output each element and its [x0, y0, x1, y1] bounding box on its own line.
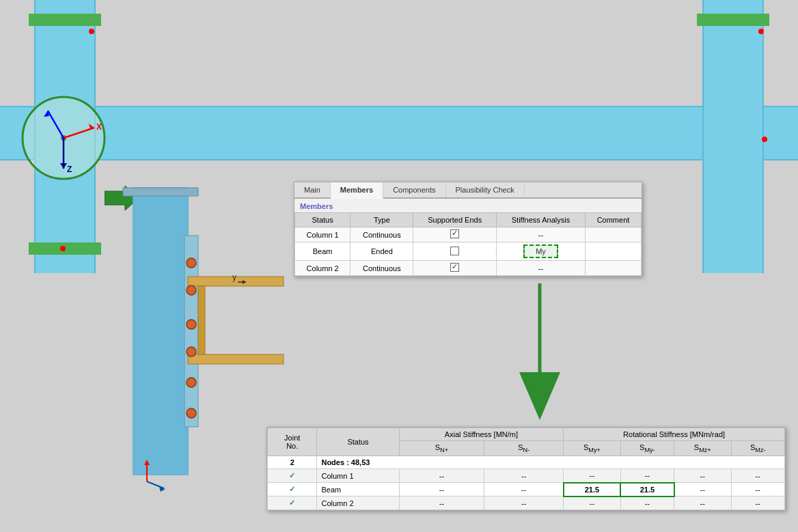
svg-rect-13	[123, 188, 198, 196]
red-dot-3	[758, 29, 764, 34]
smz-plus-col2: --	[674, 496, 731, 510]
smy-minus-beam: 21.5	[620, 483, 674, 496]
svg-rect-12	[133, 188, 188, 475]
smz-minus-beam: --	[731, 483, 785, 496]
result-row-beam: ✓ Beam -- -- 21.5 21.5 -- --	[268, 483, 785, 496]
svg-point-18	[187, 258, 196, 268]
smz-minus-col1: --	[731, 469, 785, 483]
tab-components[interactable]: Components	[383, 182, 445, 197]
svg-text:X: X	[96, 122, 102, 132]
cell-stiffness-2[interactable]: My	[497, 242, 586, 261]
results-panel: JointNo. Status Axial Stiffness [MN/m] R…	[266, 427, 786, 511]
svg-marker-31	[519, 372, 560, 420]
svg-point-22	[187, 378, 196, 387]
cell-status-2: Beam	[295, 242, 350, 261]
svg-point-21	[187, 347, 196, 356]
result-row-col2: ✓ Column 2 -- -- -- -- -- --	[268, 496, 785, 510]
smz-minus-col2: --	[731, 496, 785, 510]
right-column	[702, 0, 764, 273]
header-smz-minus: SMz-	[731, 441, 785, 456]
header-axial: Axial Stiffness [MN/m]	[399, 428, 564, 441]
header-smz-plus: SMz+	[674, 441, 731, 456]
member-col1: Column 1	[317, 469, 399, 483]
result-row-col1: ✓ Column 1 -- -- -- -- -- --	[268, 469, 785, 483]
coordinate-axes: X Z	[19, 94, 108, 182]
header-smy-plus: SMy+	[564, 441, 620, 456]
members-panel: Main Members Components Plausibility Che…	[294, 182, 642, 277]
check-beam: ✓	[268, 483, 317, 496]
tab-bar: Main Members Components Plausibility Che…	[294, 182, 642, 199]
tab-plausibility[interactable]: Plausibility Check	[446, 182, 525, 197]
cell-supported-1[interactable]	[413, 227, 497, 242]
group-header-row: 2 Nodes : 48,53	[268, 456, 785, 469]
cell-comment-2	[585, 242, 641, 261]
sn-plus-beam: --	[399, 483, 484, 496]
svg-rect-16	[198, 286, 205, 354]
header-joint-no: JointNo.	[268, 428, 317, 456]
sn-minus-col1: --	[484, 469, 564, 483]
header-sn-minus: SN-	[484, 441, 564, 456]
col-header-supported: Supported Ends	[413, 213, 497, 227]
table-row: Column 1 Continuous --	[295, 227, 642, 242]
joint-no-cell: 2	[268, 456, 317, 469]
member-beam: Beam	[317, 483, 399, 496]
smz-plus-beam: --	[674, 483, 731, 496]
smy-minus-col2: --	[620, 496, 674, 510]
smy-plus-col1: --	[564, 469, 620, 483]
header-smy-minus: SMy-	[620, 441, 674, 456]
cell-status-3: Column 2	[295, 261, 350, 276]
smy-plus-beam: 21.5	[564, 483, 620, 496]
cell-type-1: Continuous	[350, 227, 413, 242]
cell-stiffness-3: --	[497, 261, 586, 276]
smy-plus-col2: --	[564, 496, 620, 510]
tab-members[interactable]: Members	[331, 182, 383, 199]
check-col1: ✓	[268, 469, 317, 483]
red-dot-1	[89, 29, 94, 34]
checkbox-col1[interactable]	[450, 229, 459, 238]
results-table: JointNo. Status Axial Stiffness [MN/m] R…	[267, 428, 785, 510]
cell-status-1: Column 1	[295, 227, 350, 242]
header-sn-plus: SN+	[399, 441, 484, 456]
members-section-title: Members	[294, 199, 642, 212]
check-col2: ✓	[268, 496, 317, 510]
svg-text:Z: Z	[67, 165, 72, 174]
col-header-status: Status	[295, 213, 350, 227]
sn-minus-beam: --	[484, 483, 564, 496]
header-status: Status	[317, 428, 399, 456]
plate-top-left	[29, 14, 101, 26]
cell-supported-3[interactable]	[413, 261, 497, 276]
tab-main[interactable]: Main	[294, 182, 331, 197]
sn-plus-col1: --	[399, 469, 484, 483]
col-header-stiffness: Stiffness Analysis	[497, 213, 586, 227]
svg-line-29	[147, 481, 164, 488]
checkbox-col2[interactable]	[450, 263, 459, 272]
svg-rect-17	[188, 354, 284, 364]
cell-comment-3	[585, 261, 641, 276]
cell-supported-2[interactable]	[413, 242, 497, 261]
member-col2: Column 2	[317, 496, 399, 510]
svg-point-19	[187, 285, 196, 295]
col-header-type: Type	[350, 213, 413, 227]
cell-type-2: Ended	[350, 242, 413, 261]
horizontal-beam	[0, 106, 798, 160]
svg-point-23	[187, 408, 196, 418]
sn-plus-col2: --	[399, 496, 484, 510]
red-dot-2	[60, 246, 66, 251]
svg-point-20	[187, 320, 196, 329]
table-row: Column 2 Continuous --	[295, 261, 642, 276]
arrow-down	[512, 283, 567, 420]
sn-minus-col2: --	[484, 496, 564, 510]
smy-minus-col1: --	[620, 469, 674, 483]
cell-type-3: Continuous	[350, 261, 413, 276]
my-stiffness-button[interactable]: My	[523, 244, 558, 258]
smz-plus-col1: --	[674, 469, 731, 483]
members-table: Status Type Supported Ends Stiffness Ana…	[294, 212, 642, 276]
col-header-comment: Comment	[585, 213, 641, 227]
svg-text:y: y	[232, 272, 236, 282]
nodes-label: Nodes : 48,53	[317, 456, 785, 469]
red-dot-4	[762, 137, 767, 142]
checkbox-beam[interactable]	[450, 247, 459, 255]
table-row: Beam Ended My	[295, 242, 642, 261]
cell-comment-1	[585, 227, 641, 242]
plate-top-right	[697, 14, 769, 26]
